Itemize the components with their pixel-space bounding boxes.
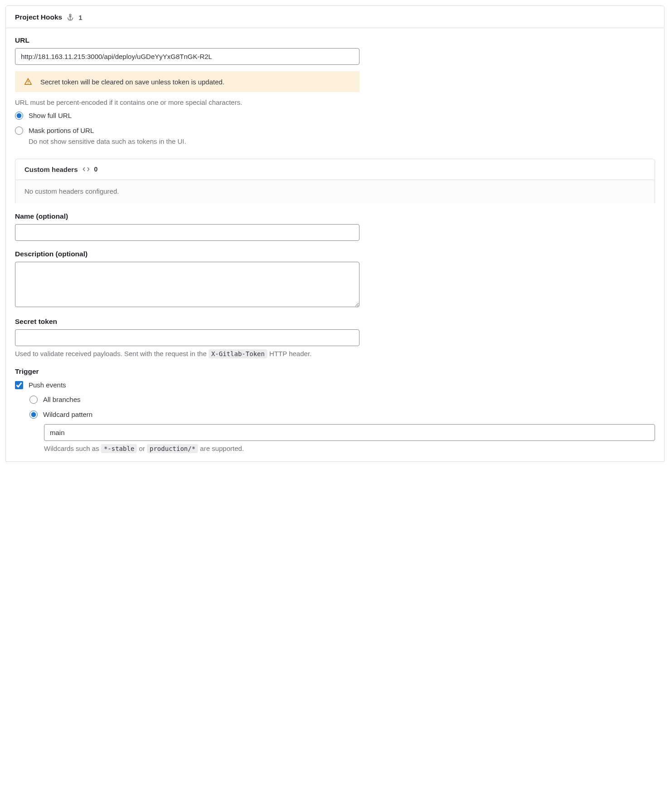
hooks-count: 1 xyxy=(78,14,82,21)
name-label: Name (optional) xyxy=(15,212,655,220)
wildcard-help-post: are supported. xyxy=(200,445,244,452)
trigger-label: Trigger xyxy=(15,367,655,376)
mask-url-help: Do not show sensitive data such as token… xyxy=(29,137,186,147)
wildcard-help: Wildcards such as *-stable or production… xyxy=(44,445,655,452)
svg-point-4 xyxy=(28,83,29,84)
wildcard-label: Wildcard pattern xyxy=(43,410,92,420)
mask-url-radio[interactable] xyxy=(15,127,23,135)
url-input[interactable] xyxy=(15,48,359,65)
svg-point-0 xyxy=(69,14,71,16)
show-full-url-row: Show full URL xyxy=(15,111,655,121)
secret-label: Secret token xyxy=(15,318,655,326)
wildcard-code1: *-stable xyxy=(101,444,137,453)
mask-url-label-group: Mask portions of URL Do not show sensiti… xyxy=(29,126,186,147)
wildcard-help-pre: Wildcards such as xyxy=(44,445,101,452)
custom-headers-panel: Custom headers 0 No custom headers confi… xyxy=(15,159,655,203)
push-events-label: Push events xyxy=(29,380,66,391)
mask-url-label: Mask portions of URL xyxy=(29,127,94,134)
all-branches-radio[interactable] xyxy=(29,396,38,404)
custom-headers-header: Custom headers 0 xyxy=(15,159,655,180)
code-icon xyxy=(83,166,90,173)
custom-headers-count: 0 xyxy=(94,166,98,173)
wildcard-row: Wildcard pattern xyxy=(29,410,655,420)
trigger-block: Trigger Push events All branches Wildcar… xyxy=(15,367,655,453)
all-branches-label: All branches xyxy=(43,395,81,405)
panel-header: Project Hooks 1 xyxy=(6,6,664,28)
wildcard-help-mid: or xyxy=(139,445,147,452)
show-full-url-radio[interactable] xyxy=(15,112,23,120)
warning-icon xyxy=(24,78,32,86)
wildcard-code2: production/* xyxy=(147,444,198,453)
panel-body: URL Secret token will be cleared on save… xyxy=(6,28,664,461)
anchor-icon xyxy=(67,14,74,21)
warning-text: Secret token will be cleared on save unl… xyxy=(40,78,224,86)
secret-help: Used to validate received payloads. Sent… xyxy=(15,350,655,357)
secret-token-warning: Secret token will be cleared on save unl… xyxy=(15,71,359,92)
wildcard-input-wrap xyxy=(44,424,655,441)
project-hooks-panel: Project Hooks 1 URL Secr xyxy=(5,5,665,462)
push-events-checkbox[interactable] xyxy=(15,381,23,389)
secret-help-pre: Used to validate received payloads. Sent… xyxy=(15,350,209,357)
all-branches-row: All branches xyxy=(29,395,655,405)
wildcard-radio[interactable] xyxy=(29,411,38,419)
push-events-options: All branches Wildcard pattern xyxy=(29,395,655,420)
panel-title: Project Hooks xyxy=(15,13,62,21)
show-full-url-label: Show full URL xyxy=(29,111,72,121)
push-events-row: Push events xyxy=(15,380,655,391)
custom-headers-title: Custom headers xyxy=(24,166,78,173)
secret-help-code: X-Gitlab-Token xyxy=(209,349,267,358)
description-label: Description (optional) xyxy=(15,250,655,258)
mask-url-row: Mask portions of URL Do not show sensiti… xyxy=(15,126,655,147)
name-input[interactable] xyxy=(15,224,359,241)
secret-help-post: HTTP header. xyxy=(269,350,311,357)
description-textarea[interactable] xyxy=(15,262,359,307)
url-help: URL must be percent-encoded if it contai… xyxy=(15,98,655,106)
wildcard-input[interactable] xyxy=(44,424,655,441)
url-label: URL xyxy=(15,36,655,44)
secret-input[interactable] xyxy=(15,329,359,346)
custom-headers-empty: No custom headers configured. xyxy=(15,180,655,203)
